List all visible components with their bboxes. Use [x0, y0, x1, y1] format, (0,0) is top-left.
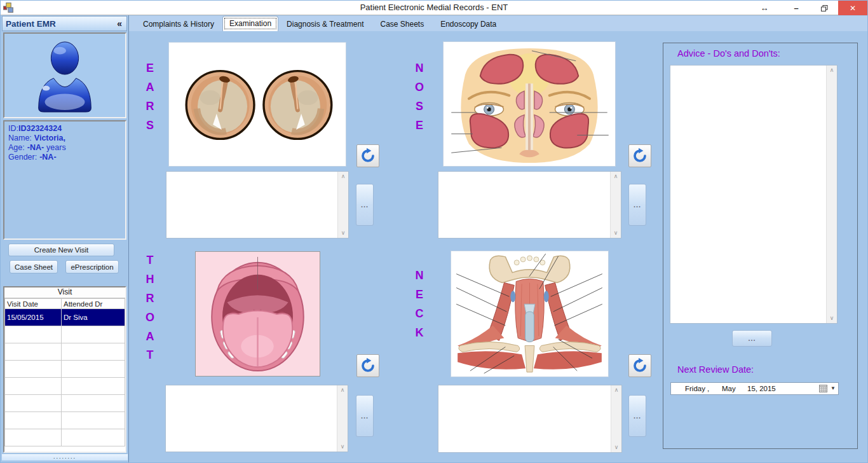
caret-down-icon[interactable]: ▼	[831, 385, 836, 391]
scrollbar[interactable]: ∧ ∨	[337, 385, 348, 452]
throat-anatomy-image	[196, 252, 320, 376]
restore-icon	[821, 5, 828, 11]
advice-textarea[interactable]: ∧ ∨	[670, 65, 837, 324]
neck-anatomy-image	[451, 251, 608, 377]
scroll-down-icon[interactable]: ∨	[611, 228, 621, 238]
visit-history-panel: Visit Visit Date Attended Dr 15/05/2015D…	[3, 286, 126, 453]
refresh-icon	[360, 357, 376, 374]
visit-row[interactable]	[5, 326, 125, 343]
minimize-button[interactable]: –	[782, 1, 810, 15]
nose-section-label: NOSE	[414, 62, 425, 138]
scroll-down-icon[interactable]: ∨	[827, 314, 837, 323]
scroll-up-icon[interactable]: ∧	[827, 66, 837, 75]
scroll-down-icon[interactable]: ∨	[337, 442, 348, 452]
nose-refresh-button[interactable]	[628, 144, 651, 167]
visit-row[interactable]	[5, 429, 125, 446]
date-month-segment[interactable]: May	[722, 385, 736, 392]
close-button[interactable]: ✕	[838, 1, 867, 15]
ears-section-label: EARS	[144, 62, 156, 138]
create-new-visit-button[interactable]: Create New Visit	[8, 244, 114, 256]
advice-title: Advice - Do's and Don'ts:	[677, 48, 780, 59]
scroll-down-icon[interactable]: ∨	[611, 443, 621, 452]
eprescription-button[interactable]: ePrescription	[65, 260, 119, 273]
neck-notes-textarea[interactable]: ∧ ∨	[438, 385, 622, 453]
attended-dr-column-header[interactable]: Attended Dr	[62, 299, 125, 309]
patient-info-panel: ID:ID32324324 Name:Victoria, Age:-NA-yea…	[3, 120, 126, 240]
window-title: Patient Electronic Medial Records - ENT	[360, 3, 508, 12]
throat-notes-textarea[interactable]: ∧ ∨	[165, 385, 348, 452]
tab-case-sheets[interactable]: Case Sheets	[372, 18, 432, 31]
scrollbar[interactable]: ∧ ∨	[826, 66, 837, 323]
patient-id-label: ID:	[8, 124, 18, 133]
patient-id-value: ID32324324	[18, 124, 62, 133]
date-dayyear-segment[interactable]: 15, 2015	[747, 385, 776, 392]
patient-name-value: Victoria,	[34, 134, 65, 142]
title-bar: Patient Electronic Medial Records - ENT …	[1, 1, 867, 15]
restore-button[interactable]	[810, 1, 838, 15]
advice-more-button[interactable]: ...	[732, 330, 772, 347]
tab-complaints-history[interactable]: Complaints & History	[135, 18, 222, 31]
neck-section-label: NECK	[414, 269, 425, 345]
visit-row[interactable]	[5, 412, 125, 429]
date-day-segment[interactable]: Friday	[685, 385, 705, 392]
refresh-icon	[632, 357, 648, 374]
throat-image-box	[195, 251, 320, 377]
patient-name-label: Name:	[8, 134, 32, 142]
collapse-sidebar-icon[interactable]: «	[117, 18, 126, 29]
visit-date-column-header[interactable]: Visit Date	[5, 299, 62, 309]
ears-anatomy-image	[169, 43, 346, 166]
sidebar-splitter-grip[interactable]: ........	[2, 453, 128, 460]
refresh-icon	[360, 148, 376, 164]
scroll-up-icon[interactable]: ∧	[611, 385, 621, 395]
throat-more-button[interactable]: ...	[356, 395, 374, 437]
ears-refresh-button[interactable]	[356, 144, 379, 167]
scrollbar[interactable]: ∧ ∨	[610, 172, 621, 238]
tab-endoscopy-data[interactable]: Endoscopy Data	[432, 18, 505, 31]
tab-diagnosis-treatment[interactable]: Diagnosis & Treatment	[278, 18, 372, 31]
date-separator: ,	[707, 385, 709, 392]
patient-age-value: -NA-	[27, 143, 44, 152]
next-review-date-picker[interactable]: Friday , May 15, 2015 ▼	[670, 382, 839, 395]
scrollbar[interactable]: ∧ ∨	[611, 385, 621, 452]
sidebar-title: Patient EMR	[3, 19, 117, 29]
patient-sidebar: Patient EMR « ID:ID32324324 Name:Victori…	[1, 15, 129, 463]
scroll-up-icon[interactable]: ∧	[337, 385, 348, 395]
advice-panel: Advice - Do's and Don'ts: ∧ ∨ ... Next R…	[663, 43, 858, 449]
patient-age-label: Age:	[8, 143, 25, 152]
visit-row[interactable]	[5, 361, 125, 378]
throat-refresh-button[interactable]	[356, 354, 379, 377]
scroll-down-icon[interactable]: ∨	[338, 228, 348, 238]
case-sheet-button[interactable]: Case Sheet	[10, 260, 58, 273]
nose-notes-textarea[interactable]: ∧ ∨	[438, 171, 621, 238]
app-window: Patient Electronic Medial Records - ENT …	[0, 0, 868, 463]
neck-more-button[interactable]: ...	[628, 395, 646, 437]
next-review-date-label: Next Review Date:	[677, 364, 754, 375]
patient-age-suffix: years	[46, 143, 66, 152]
patient-avatar	[27, 37, 102, 114]
ears-notes-textarea[interactable]: ∧ ∨	[166, 171, 349, 238]
visit-row[interactable]	[5, 343, 125, 361]
patient-gender-label: Gender:	[8, 153, 37, 162]
tab-examination[interactable]: Examination	[222, 16, 278, 31]
patient-avatar-panel	[3, 32, 126, 118]
tab-strip: Complaints & History Examination Diagnos…	[135, 17, 505, 31]
visit-row[interactable]: 15/05/2015Dr Siva	[5, 309, 125, 326]
visit-table-body: 15/05/2015Dr Siva	[5, 309, 125, 446]
calendar-icon[interactable]	[819, 385, 827, 392]
scroll-up-icon[interactable]: ∧	[611, 172, 621, 181]
visit-row[interactable]	[5, 378, 125, 395]
neck-image-box	[451, 251, 609, 377]
ears-image-box	[168, 42, 346, 167]
visit-table: Visit Date Attended Dr 15/05/2015Dr Siva	[4, 298, 125, 446]
ears-more-button[interactable]: ...	[356, 184, 374, 226]
resize-icon[interactable]: ↔	[752, 1, 777, 15]
nose-more-button[interactable]: ...	[628, 184, 646, 226]
nose-anatomy-image	[444, 42, 615, 166]
visit-row[interactable]	[5, 395, 125, 412]
scrollbar[interactable]: ∧ ∨	[337, 172, 348, 238]
sidebar-header: Patient EMR «	[2, 16, 127, 31]
visit-table-caption: Visit	[4, 287, 125, 298]
scroll-up-icon[interactable]: ∧	[338, 172, 348, 181]
neck-refresh-button[interactable]	[628, 354, 651, 377]
patient-gender-value: -NA-	[39, 153, 56, 162]
